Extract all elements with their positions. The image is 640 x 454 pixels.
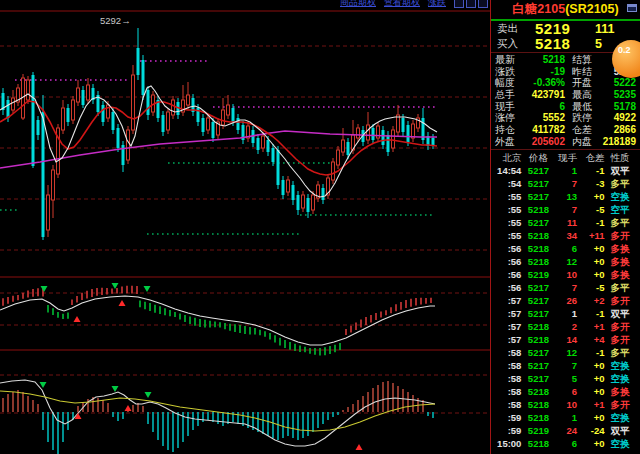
stat-value: 5552: [522, 112, 565, 124]
tape-cell: 2: [555, 320, 577, 333]
stat-value: 2866: [599, 124, 636, 136]
tape-cell: +11: [577, 229, 604, 242]
tape-cell: :56: [494, 242, 521, 255]
tape-cell: 多平: [605, 346, 637, 359]
chart-region: 商品期权 查看期权 涨跌 5292→: [0, 0, 490, 454]
stat-row: 现手6最低5178: [495, 101, 636, 113]
tape-cell: 5217: [521, 281, 555, 294]
tape-list[interactable]: 14:5452171-1双平:5452177-3多平:55521713+0空换:…: [491, 164, 640, 450]
stat-label: 内盘: [572, 136, 599, 148]
tape-row: :5852186+0多换: [491, 385, 640, 398]
tape-cell: +1: [577, 398, 604, 411]
tape-row: :5652186+0多换: [491, 242, 640, 255]
tape-cell: 5218: [521, 411, 555, 424]
tape-cell: 双平: [605, 307, 637, 320]
stat-label: 开盘: [572, 77, 599, 89]
chart-link-option-product[interactable]: 商品期权: [340, 0, 376, 8]
tape-cell: 5217: [521, 359, 555, 372]
stat-label: 总手: [495, 89, 522, 101]
tape-cell: 多平: [605, 216, 637, 229]
tape-cell: :57: [494, 320, 521, 333]
tape-row: :57521726+2多开: [491, 294, 640, 307]
tape-cell: :56: [494, 281, 521, 294]
stat-value: 6: [522, 101, 565, 113]
tape-cell: 5217: [521, 294, 555, 307]
tape-cell: :58: [494, 359, 521, 372]
panel-window-icon[interactable]: [627, 4, 637, 12]
window-close-button[interactable]: [478, 0, 488, 8]
chart-link-view-option[interactable]: 查看期权: [384, 0, 420, 8]
tape-cell: 空换: [605, 411, 637, 424]
tape-header-cell: 价格: [521, 151, 555, 164]
tape-cell: 5217: [521, 372, 555, 385]
window-restore-button[interactable]: [466, 0, 476, 8]
tape-cell: +0: [577, 255, 604, 268]
tape-row: :5552187-5空平: [491, 203, 640, 216]
stat-value: 5222: [599, 77, 636, 89]
stat-value: 5178: [599, 101, 636, 113]
tape-row: :55521834+11多开: [491, 229, 640, 242]
tape-cell: :56: [494, 255, 521, 268]
tape-row: 15:0052186+0空换: [491, 437, 640, 450]
tape-cell: 24: [555, 424, 577, 437]
tape-cell: 6: [555, 437, 577, 450]
tape-cell: 10: [555, 398, 577, 411]
tape-row: :59521924-24双平: [491, 424, 640, 437]
tape-cell: 多平: [605, 281, 637, 294]
tape-cell: 6: [555, 385, 577, 398]
tape-cell: 26: [555, 294, 577, 307]
candlestick-chart[interactable]: 5292→: [0, 0, 490, 454]
tape-header-cell: 仓差: [577, 151, 604, 164]
tape-cell: -1: [577, 346, 604, 359]
tape-cell: 11: [555, 216, 577, 229]
tape-cell: 1: [555, 307, 577, 320]
tape-cell: :55: [494, 190, 521, 203]
tape-row: :5952181+0空换: [491, 411, 640, 424]
tape-cell: :59: [494, 411, 521, 424]
tape-cell: +2: [577, 294, 604, 307]
tape-cell: -1: [577, 216, 604, 229]
tape-cell: 7: [555, 359, 577, 372]
tape-row: :55521711-1多平: [491, 216, 640, 229]
tape-cell: :59: [494, 424, 521, 437]
tape-cell: +0: [577, 242, 604, 255]
tape-row: :5852177+0空换: [491, 359, 640, 372]
stat-label: 外盘: [495, 136, 522, 148]
stat-row: 外盘205602内盘218189: [495, 136, 636, 148]
tape-row: :55521713+0空换: [491, 190, 640, 203]
tape-cell: :55: [494, 203, 521, 216]
stat-label: 昨结: [572, 66, 599, 78]
stat-label: 结算: [572, 54, 599, 66]
tape-cell: :58: [494, 346, 521, 359]
stat-value: 411782: [522, 124, 565, 136]
stat-value: 205602: [522, 136, 565, 148]
tape-cell: 13: [555, 190, 577, 203]
tape-cell: 多开: [605, 398, 637, 411]
tape-cell: 多开: [605, 320, 637, 333]
stat-label: 涨停: [495, 112, 522, 124]
promo-badge-text: 0.2: [618, 45, 631, 55]
tape-cell: 12: [555, 255, 577, 268]
ask-row[interactable]: 卖出 5219 111: [491, 21, 640, 36]
tape-cell: 双平: [605, 164, 637, 177]
tape-header-cell: 现手: [555, 151, 577, 164]
tape-cell: 空换: [605, 190, 637, 203]
tape-cell: 5217: [521, 346, 555, 359]
tape-cell: +1: [577, 320, 604, 333]
tape-row: :5752171-1双平: [491, 307, 640, 320]
chart-link-change[interactable]: 涨跌: [428, 0, 446, 8]
tape-cell: :55: [494, 216, 521, 229]
high-price-label: 5292→: [100, 15, 131, 26]
stat-value: -0.36%: [522, 77, 565, 89]
trading-terminal: 商品期权 查看期权 涨跌 5292→ 白糖2105(SR2105) 卖出 521…: [0, 0, 640, 454]
window-minimize-button[interactable]: [454, 0, 464, 8]
tape-row: :56521910+0多换: [491, 268, 640, 281]
stat-value: 4922: [599, 112, 636, 124]
tape-cell: 7: [555, 177, 577, 190]
tape-cell: :56: [494, 268, 521, 281]
tape-cell: 10: [555, 268, 577, 281]
tape-cell: 1: [555, 411, 577, 424]
panel-separator: [491, 149, 640, 150]
stat-label: 最高: [572, 89, 599, 101]
quote-panel: 白糖2105(SR2105) 卖出 5219 111 买入 5218 5 最新5…: [490, 0, 640, 454]
